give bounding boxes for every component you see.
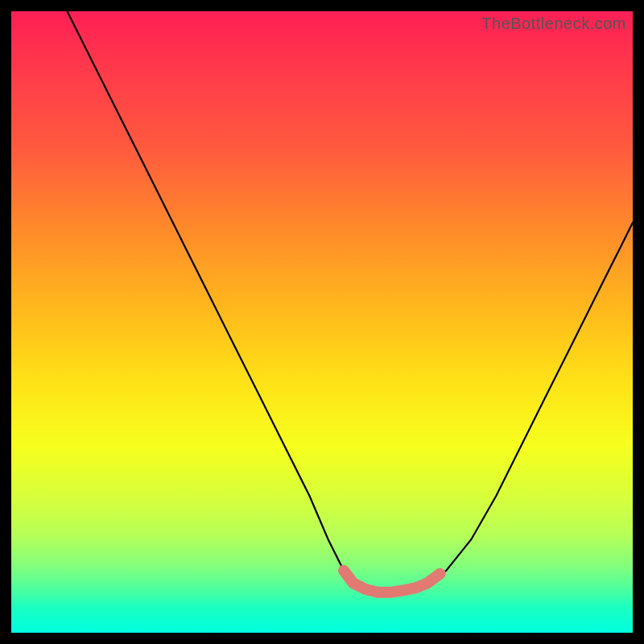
highlight-band-path <box>344 571 440 592</box>
bottleneck-curve-svg <box>11 11 633 633</box>
bottleneck-curve-path <box>68 11 634 592</box>
chart-frame: TheBottleneck.com <box>0 0 644 644</box>
plot-area: TheBottleneck.com <box>11 11 633 633</box>
